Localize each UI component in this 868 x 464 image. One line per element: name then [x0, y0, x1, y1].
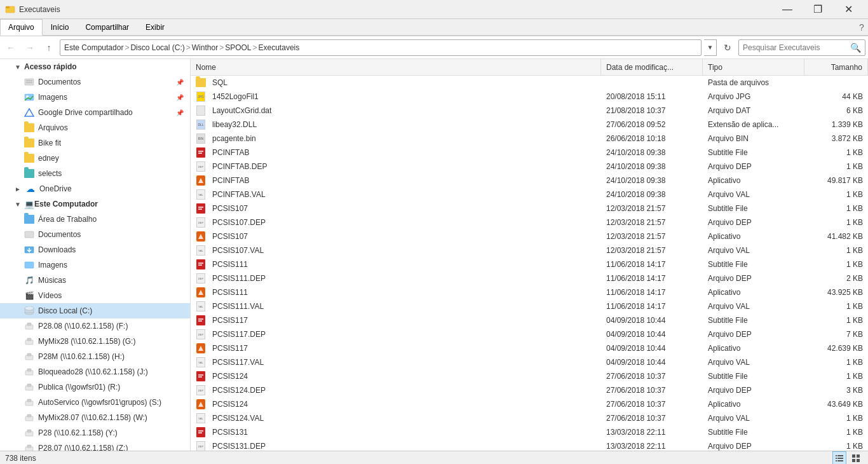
- sidebar-item-disk-c[interactable]: Disco Local (C:): [0, 303, 190, 318]
- file-type: Arquivo DEP: [703, 160, 804, 174]
- sidebar-item-mymix2807-w[interactable]: MyMix28.07 (\\10.62.1.158) (W:): [0, 410, 190, 425]
- table-row[interactable]: DEP PCSIS111.DEP 11/06/2018 14:17 Arquiv…: [191, 271, 868, 285]
- file-type: Arquivo DEP: [703, 215, 804, 229]
- table-row[interactable]: LayoutCxGrid.dat 21/08/2018 10:37 Arquiv…: [191, 104, 868, 118]
- tab-inicio[interactable]: Início: [43, 19, 78, 36]
- address-dropdown[interactable]: ▼: [704, 39, 717, 56]
- file-date: 12/03/2018 21:57: [601, 229, 703, 243]
- table-row[interactable]: VAL PCSIS107.VAL 12/03/2018 21:57 Arquiv…: [191, 243, 868, 257]
- table-row[interactable]: VAL PCSIS117.VAL 04/09/2018 10:44 Arquiv…: [191, 355, 868, 369]
- sidebar-item-arquivos[interactable]: Arquivos: [0, 120, 190, 135]
- sidebar-item-p28-f[interactable]: P28.08 (\\10.62.1.158) (F:): [0, 318, 190, 334]
- help-icon[interactable]: ?: [855, 19, 868, 36]
- table-row[interactable]: BIN pcagente.bin 26/06/2018 10:18 Arquiv…: [191, 132, 868, 146]
- table-row[interactable]: SQL Pasta de arquivos: [191, 76, 868, 90]
- table-row[interactable]: JPG 1452LogoFil1 20/08/2018 15:11 Arquiv…: [191, 90, 868, 104]
- file-name: PCSIS117.DEP: [212, 330, 266, 339]
- sidebar-item-downloads[interactable]: Downloads: [0, 242, 190, 257]
- sidebar-item-musicas[interactable]: 🎵 Músicas: [0, 273, 190, 288]
- address-path[interactable]: Este Computador > Disco Local (C:) > Win…: [60, 39, 702, 56]
- file-date: 21/08/2018 10:37: [601, 104, 703, 118]
- sidebar-item-onedrive[interactable]: ► ☁ OneDrive: [0, 181, 190, 196]
- tab-compartilhar[interactable]: Compartilhar: [77, 19, 137, 36]
- file-date: 11/06/2018 14:17: [601, 299, 703, 313]
- file-size: 1 KB: [804, 411, 868, 425]
- search-icon[interactable]: 🔍: [850, 43, 861, 53]
- file-date: 04/09/2018 10:44: [601, 341, 703, 355]
- file-type-icon: [196, 315, 206, 325]
- sidebar-item-p28m-h[interactable]: P28M (\\10.62.1.158) (H:): [0, 349, 190, 364]
- table-row[interactable]: PCINFTAB 24/10/2018 09:38 Subtitle File …: [191, 146, 868, 160]
- table-row[interactable]: VAL PCSIS111.VAL 11/06/2018 14:17 Arquiv…: [191, 299, 868, 313]
- ribbon: Arquivo Início Compartilhar Exibir ?: [0, 19, 868, 36]
- table-row[interactable]: DEP PCINFTAB.DEP 24/10/2018 09:38 Arquiv…: [191, 160, 868, 174]
- table-row[interactable]: VAL PCSIS124.VAL 27/06/2018 10:37 Arquiv…: [191, 411, 868, 425]
- svg-rect-51: [836, 455, 837, 456]
- maximize-button[interactable]: ❐: [803, 0, 832, 19]
- table-row[interactable]: DEP PCSIS131.DEP 13/03/2018 22:11 Arquiv…: [191, 439, 868, 451]
- computer-header[interactable]: ▼ 💻 Este Computador: [0, 196, 190, 212]
- sidebar-item-bloqueado-j[interactable]: Bloqueado28 (\\10.62.1.158) (J:): [0, 364, 190, 379]
- col-header-size[interactable]: Tamanho: [804, 59, 868, 75]
- search-box[interactable]: 🔍: [738, 39, 865, 56]
- sidebar-item-documentos-pinned[interactable]: Documentos 📌: [0, 74, 190, 90]
- large-icons-view-button[interactable]: [849, 451, 863, 465]
- sidebar-item-selects[interactable]: selects: [0, 166, 190, 181]
- back-button[interactable]: ←: [3, 39, 19, 56]
- table-row[interactable]: PCINFTAB 24/10/2018 09:38 Aplicativo 49.…: [191, 174, 868, 188]
- sidebar-item-imagens[interactable]: Imagens: [0, 257, 190, 273]
- table-row[interactable]: PCSIS111 11/06/2018 14:17 Subtitle File …: [191, 257, 868, 271]
- minimize-button[interactable]: —: [773, 0, 802, 19]
- table-row[interactable]: PCSIS111 11/06/2018 14:17 Aplicativo 43.…: [191, 285, 868, 299]
- sidebar-item-bike-fit[interactable]: Bike fit: [0, 135, 190, 151]
- tab-arquivo[interactable]: Arquivo: [0, 19, 43, 36]
- col-header-type[interactable]: Tipo: [703, 59, 804, 75]
- table-row[interactable]: DEP PCSIS117.DEP 04/09/2018 10:44 Arquiv…: [191, 327, 868, 341]
- table-row[interactable]: DEP PCSIS124.DEP 27/06/2018 10:37 Arquiv…: [191, 383, 868, 397]
- video-icon: 🎬: [23, 289, 36, 302]
- forward-button[interactable]: →: [22, 39, 38, 56]
- table-row[interactable]: VAL PCINFTAB.VAL 24/10/2018 09:38 Arquiv…: [191, 188, 868, 201]
- svg-marker-8: [25, 109, 34, 116]
- sidebar-item-documentos[interactable]: Documentos: [0, 227, 190, 242]
- sidebar-item-videos[interactable]: 🎬 Vídeos: [0, 288, 190, 303]
- table-row[interactable]: PCSIS117 04/09/2018 10:44 Subtitle File …: [191, 313, 868, 327]
- refresh-button[interactable]: ↻: [719, 39, 736, 56]
- sidebar-item-publica-r[interactable]: Publica (\\gowfsr01) (R:): [0, 379, 190, 395]
- table-row[interactable]: PCSIS107 12/03/2018 21:57 Aplicativo 41.…: [191, 229, 868, 243]
- table-row[interactable]: PCSIS124 27/06/2018 10:37 Subtitle File …: [191, 369, 868, 383]
- file-date: 13/03/2018 22:11: [601, 439, 703, 451]
- file-type: Arquivo DAT: [703, 104, 804, 118]
- sidebar-item-desktop[interactable]: Área de Trabalho: [0, 212, 190, 227]
- col-header-name[interactable]: Nome: [191, 59, 601, 75]
- file-date: 27/06/2018 09:52: [601, 118, 703, 132]
- computer-icon: 💻: [24, 200, 34, 209]
- table-row[interactable]: PCSIS117 04/09/2018 10:44 Aplicativo 42.…: [191, 341, 868, 355]
- tab-exibir[interactable]: Exibir: [137, 19, 173, 36]
- sidebar-item-autoservico-s[interactable]: AutoServico (\\gowfsr01\grupos) (S:): [0, 395, 190, 410]
- sidebar-item-mymix28-g[interactable]: MyMix28 (\\10.62.1.158) (G:): [0, 334, 190, 349]
- table-row[interactable]: DLL libeay32.DLL 27/06/2018 09:52 Extens…: [191, 118, 868, 132]
- search-input[interactable]: [743, 43, 850, 52]
- col-header-date[interactable]: Data de modificaç...: [601, 59, 703, 75]
- file-size: 1 KB: [804, 257, 868, 271]
- sidebar-item-gdrive[interactable]: Google Drive compartilhado 📌: [0, 105, 190, 120]
- up-button[interactable]: ↑: [41, 39, 57, 56]
- table-row[interactable]: PCSIS124 27/06/2018 10:37 Aplicativo 43.…: [191, 397, 868, 411]
- netdrive-icon: [23, 350, 36, 363]
- sidebar-item-imagens-pinned[interactable]: Imagens 📌: [0, 90, 190, 105]
- file-date: 12/03/2018 21:57: [601, 215, 703, 229]
- table-row[interactable]: PCSIS107 12/03/2018 21:57 Subtitle File …: [191, 201, 868, 215]
- table-row[interactable]: DEP PCSIS107.DEP 12/03/2018 21:57 Arquiv…: [191, 215, 868, 229]
- close-button[interactable]: ✕: [834, 0, 863, 19]
- file-type: Subtitle File: [703, 369, 804, 383]
- quick-access-header[interactable]: ▼ Acesso rápido: [0, 59, 190, 74]
- sidebar-item-p2807-z[interactable]: P28.07 (\\10.62.1.158) (Z:): [0, 440, 190, 451]
- table-row[interactable]: PCSIS131 13/03/2018 22:11 Subtitle File …: [191, 425, 868, 439]
- file-name: PCSIS131: [212, 428, 248, 437]
- file-date: 24/10/2018 09:38: [601, 188, 703, 201]
- sidebar-item-edney[interactable]: edney: [0, 151, 190, 166]
- svg-marker-41: [198, 290, 203, 295]
- sidebar-item-p28-y[interactable]: P28 (\\10.62.1.158) (Y:): [0, 425, 190, 440]
- details-view-button[interactable]: [832, 451, 846, 465]
